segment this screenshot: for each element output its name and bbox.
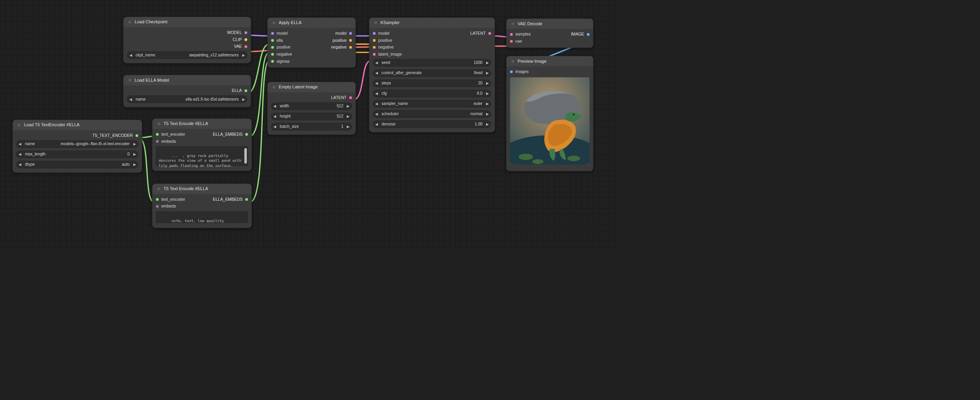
node-ksampler[interactable]: KSampler model LATENT positive negative … bbox=[369, 17, 495, 132]
scrollbar[interactable] bbox=[244, 148, 247, 163]
port-embeds-in[interactable] bbox=[156, 205, 159, 208]
widget-batch-size[interactable]: ◀batch_size1▶ bbox=[271, 123, 352, 131]
node-header[interactable]: VAE Decode bbox=[507, 19, 593, 29]
arrow-right-icon[interactable]: ▶ bbox=[484, 122, 491, 126]
widget-t5-name[interactable]: ◀ name models--google--flan-t5-xl-text-e… bbox=[16, 140, 138, 148]
node-header[interactable]: Load ELLA Model bbox=[123, 75, 251, 85]
arrow-right-icon[interactable]: ▶ bbox=[131, 142, 138, 146]
prompt-textarea[interactable]: ... , grey rock partially obscures the v… bbox=[156, 146, 248, 166]
node-header[interactable]: Apply ELLA bbox=[267, 18, 355, 28]
arrow-left-icon[interactable]: ◀ bbox=[271, 104, 279, 108]
arrow-left-icon[interactable]: ◀ bbox=[373, 122, 380, 126]
port-images-in[interactable] bbox=[510, 70, 513, 73]
node-load-checkpoint[interactable]: Load Checkpoint MODEL CLIP VAE ◀ ckpt_na… bbox=[123, 17, 251, 63]
widget-control-after-generate[interactable]: ◀control_after_generatefixed▶ bbox=[373, 69, 491, 77]
port-clip-out[interactable] bbox=[244, 38, 247, 41]
arrow-left-icon[interactable]: ◀ bbox=[17, 163, 24, 166]
node-header[interactable]: Preview Image bbox=[507, 56, 593, 66]
port-vae-out[interactable] bbox=[244, 45, 247, 48]
widget-cfg[interactable]: ◀cfg8.0▶ bbox=[373, 90, 491, 97]
port-ella-in[interactable] bbox=[271, 39, 274, 42]
collapse-icon bbox=[273, 21, 275, 24]
widget-sampler-name[interactable]: ◀sampler_nameeuler▶ bbox=[373, 100, 491, 107]
arrow-right-icon[interactable]: ▶ bbox=[484, 112, 491, 116]
port-ella-embeds-out[interactable] bbox=[245, 198, 248, 201]
widget-ella-name[interactable]: ◀ name ella-sd1.5-tsc-t5xl.safetensors ▶ bbox=[127, 95, 247, 103]
arrow-right-icon[interactable]: ▶ bbox=[345, 114, 352, 118]
arrow-left-icon[interactable]: ◀ bbox=[271, 125, 279, 129]
arrow-left-icon[interactable]: ◀ bbox=[373, 61, 380, 65]
arrow-right-icon[interactable]: ▶ bbox=[484, 71, 491, 75]
port-negative-in[interactable] bbox=[373, 46, 376, 49]
port-negative-in[interactable] bbox=[271, 53, 274, 56]
node-header[interactable]: Empty Latent Image bbox=[267, 82, 355, 92]
node-empty-latent[interactable]: Empty Latent Image LATENT ◀width512▶ ◀he… bbox=[267, 82, 356, 135]
arrow-right-icon[interactable]: ▶ bbox=[345, 104, 352, 108]
arrow-right-icon[interactable]: ▶ bbox=[484, 81, 491, 85]
port-positive-out[interactable] bbox=[349, 39, 352, 42]
widget-max-length[interactable]: ◀ max_length 0 ▶ bbox=[16, 151, 138, 158]
widget-dtype[interactable]: ◀ dtype auto ▶ bbox=[16, 161, 138, 168]
node-load-ella[interactable]: Load ELLA Model ELLA ◀ name ella-sd1.5-t… bbox=[123, 75, 251, 108]
node-header[interactable]: T5 Text Encode #ELLA bbox=[152, 119, 252, 129]
port-model-out[interactable] bbox=[244, 31, 247, 34]
arrow-left-icon[interactable]: ◀ bbox=[373, 81, 380, 85]
arrow-left-icon[interactable]: ◀ bbox=[373, 92, 380, 95]
node-t5-encode-negative[interactable]: T5 Text Encode #ELLA text_encoder ELLA_E… bbox=[152, 183, 252, 228]
port-model-in[interactable] bbox=[373, 32, 376, 35]
node-t5-encode-positive[interactable]: T5 Text Encode #ELLA text_encoder ELLA_E… bbox=[152, 118, 252, 171]
node-apply-ella[interactable]: Apply ELLA model model ella positive pos… bbox=[267, 17, 356, 68]
port-embeds-in[interactable] bbox=[156, 140, 159, 143]
arrow-left-icon[interactable]: ◀ bbox=[373, 112, 380, 116]
arrow-right-icon[interactable]: ▶ bbox=[131, 163, 138, 166]
arrow-right-icon[interactable]: ▶ bbox=[484, 102, 491, 106]
arrow-left-icon[interactable]: ◀ bbox=[271, 114, 279, 118]
arrow-left-icon[interactable]: ◀ bbox=[373, 71, 380, 75]
port-text-encoder-in[interactable] bbox=[156, 198, 159, 201]
widget-ckpt-name[interactable]: ◀ ckpt_name awpainting_v12.safetensors ▶ bbox=[127, 51, 247, 59]
prompt-textarea[interactable]: nsfw, text, low quaility bbox=[156, 211, 248, 223]
arrow-right-icon[interactable]: ▶ bbox=[484, 61, 491, 65]
port-model-out[interactable] bbox=[349, 32, 352, 35]
port-positive-in[interactable] bbox=[373, 39, 376, 42]
arrow-right-icon[interactable]: ▶ bbox=[240, 53, 247, 57]
port-t5-out[interactable] bbox=[135, 134, 138, 137]
port-sigmas-in[interactable] bbox=[271, 60, 274, 63]
widget-denoise[interactable]: ◀denoise1.00▶ bbox=[373, 120, 491, 128]
arrow-right-icon[interactable]: ▶ bbox=[131, 152, 138, 156]
node-header[interactable]: Load Checkpoint bbox=[123, 17, 251, 27]
port-ella-embeds-out[interactable] bbox=[245, 133, 248, 136]
arrow-left-icon[interactable]: ◀ bbox=[17, 152, 24, 156]
port-vae-in[interactable] bbox=[510, 40, 513, 43]
widget-height[interactable]: ◀height512▶ bbox=[271, 113, 352, 120]
widget-width[interactable]: ◀width512▶ bbox=[271, 103, 352, 110]
port-image-out[interactable] bbox=[587, 33, 590, 36]
widget-steps[interactable]: ◀steps20▶ bbox=[373, 80, 491, 87]
port-ella-out[interactable] bbox=[244, 89, 247, 92]
node-load-t5[interactable]: Load T5 TextEncoder #ELLA T5_TEXT_ENCODE… bbox=[13, 120, 142, 173]
node-header[interactable]: T5 Text Encode #ELLA bbox=[152, 184, 252, 194]
arrow-left-icon[interactable]: ◀ bbox=[373, 102, 380, 106]
port-latent-out[interactable] bbox=[349, 96, 352, 99]
arrow-left-icon[interactable]: ◀ bbox=[127, 97, 134, 101]
port-samples-in[interactable] bbox=[510, 33, 513, 36]
arrow-left-icon[interactable]: ◀ bbox=[17, 142, 24, 146]
arrow-left-icon[interactable]: ◀ bbox=[127, 53, 134, 57]
node-vae-decode[interactable]: VAE Decode samples IMAGE vae bbox=[506, 19, 593, 48]
arrow-right-icon[interactable]: ▶ bbox=[240, 97, 247, 101]
widget-seed[interactable]: ◀seed1000▶ bbox=[373, 59, 491, 67]
port-positive-in[interactable] bbox=[271, 46, 274, 49]
node-header[interactable]: KSampler bbox=[369, 18, 495, 28]
port-negative-out[interactable] bbox=[349, 46, 352, 49]
widget-scheduler[interactable]: ◀schedulernormal▶ bbox=[373, 110, 491, 118]
arrow-right-icon[interactable]: ▶ bbox=[345, 125, 352, 129]
port-text-encoder-in[interactable] bbox=[156, 133, 159, 136]
port-model-in[interactable] bbox=[271, 32, 274, 35]
node-header[interactable]: Load T5 TextEncoder #ELLA bbox=[13, 120, 142, 130]
node-graph-canvas[interactable]: Load Checkpoint MODEL CLIP VAE ◀ ckpt_na… bbox=[0, 0, 619, 253]
node-preview-image[interactable]: Preview Image images bbox=[506, 56, 593, 172]
port-latent-out[interactable] bbox=[488, 32, 491, 35]
arrow-right-icon[interactable]: ▶ bbox=[484, 92, 491, 95]
port-latent-in[interactable] bbox=[373, 53, 376, 56]
svg-point-14 bbox=[532, 159, 543, 164]
